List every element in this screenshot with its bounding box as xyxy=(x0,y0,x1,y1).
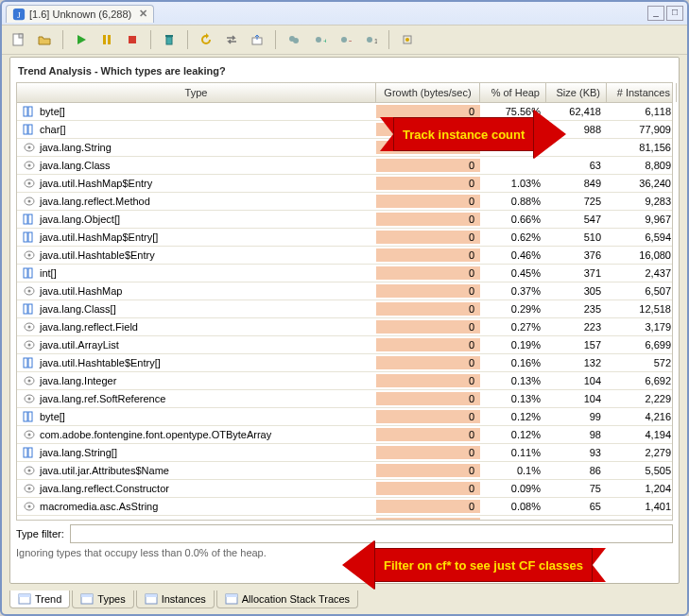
delete-button[interactable] xyxy=(158,28,181,51)
table-row[interactable]: byte[]00.12%994,216 xyxy=(17,408,672,426)
table-row[interactable]: java.lang.ref.SoftReference00.13%1042,22… xyxy=(17,390,672,408)
cell-growth: 0 xyxy=(376,500,480,513)
table-row[interactable]: int[]00.45%3712,437 xyxy=(17,265,672,282)
tab-types[interactable]: Types xyxy=(72,590,133,608)
svg-rect-3 xyxy=(19,34,23,38)
cell-instances: 77,909 xyxy=(607,123,672,136)
type-name: java.util.HashMap$Entry xyxy=(40,178,152,189)
pause-button[interactable] xyxy=(95,28,118,51)
tab-header[interactable]: J [1.6] Unknown (6,288) ✕ xyxy=(6,5,154,23)
col-instances[interactable]: # Instances xyxy=(607,83,677,102)
table-row[interactable]: java.lang.reflect.Field00.27%2233,179 xyxy=(17,318,672,336)
class-icon xyxy=(23,465,36,476)
cell-size: 376 xyxy=(546,248,607,262)
svg-rect-34 xyxy=(28,214,32,224)
table-row[interactable]: macromedia.asc.AsString00.08%651,401 xyxy=(17,498,672,516)
col-growth[interactable]: Growth (bytes/sec) xyxy=(376,83,480,102)
col-type[interactable]: Type xyxy=(17,83,376,102)
type-name: int[] xyxy=(40,267,57,279)
new-button[interactable] xyxy=(8,28,30,51)
table-row[interactable]: java.lang.String081,156 xyxy=(17,139,672,157)
cell-instances: 1,204 xyxy=(607,482,672,495)
gc-plus-button[interactable]: + xyxy=(308,28,331,51)
table-row[interactable]: java.lang.Integer00.13%1046,692 xyxy=(17,372,672,390)
table-row[interactable]: java.util.Hashtable$Entry[]00.16%132572 xyxy=(17,354,672,372)
cell-size: 93 xyxy=(546,446,607,459)
table-row[interactable]: java.util.HashMap$Entry01.03%84936,240 xyxy=(17,175,672,193)
table-row[interactable]: java.lang.reflect.Constructor00.09%751,2… xyxy=(17,480,672,498)
open-button[interactable] xyxy=(33,28,56,51)
cell-size: 75 xyxy=(546,482,607,495)
maximize-button[interactable]: □ xyxy=(666,6,683,21)
play-button[interactable] xyxy=(70,28,93,51)
svg-rect-7 xyxy=(129,36,136,43)
cell-heap: 0.12% xyxy=(480,428,546,441)
close-tab-icon[interactable]: ✕ xyxy=(139,8,147,20)
type-name: java.lang.reflect.Method xyxy=(40,196,150,207)
table-row[interactable]: java.util.Hashtable$Entry00.46%37616,080 xyxy=(17,247,672,265)
array-icon xyxy=(23,447,36,458)
separator xyxy=(275,30,276,49)
cell-growth: 0 xyxy=(376,266,480,280)
type-name: java.lang.Class xyxy=(40,160,111,171)
table-row[interactable]: java.util.jar.Attributes00.08%644,148 xyxy=(17,516,672,520)
table-row[interactable]: byte[]075.56%62,4186,118 xyxy=(17,103,672,121)
col-heap[interactable]: % of Heap xyxy=(480,83,546,102)
tab-instances[interactable]: Instances xyxy=(136,590,215,608)
export-button[interactable] xyxy=(246,28,268,51)
type-name: byte[] xyxy=(40,411,65,422)
minimize-button[interactable]: _ xyxy=(647,6,664,21)
svg-text:1:1: 1:1 xyxy=(374,38,377,44)
class-icon xyxy=(23,321,36,333)
cell-instances: 2,229 xyxy=(607,392,672,405)
table-row[interactable]: char[]098877,909 xyxy=(17,121,672,139)
gc-one-button[interactable]: 1:1 xyxy=(359,28,382,51)
cell-heap: 0.1% xyxy=(480,464,546,477)
svg-point-52 xyxy=(28,380,31,383)
table-row[interactable]: java.util.jar.Attributes$Name00.1%865,50… xyxy=(17,462,672,480)
class-icon xyxy=(23,393,36,404)
table-row[interactable]: java.util.HashMap00.37%3056,507 xyxy=(17,282,672,300)
class-icon xyxy=(23,178,36,189)
swap-button[interactable] xyxy=(220,28,243,51)
table-row[interactable]: java.lang.Object[]00.66%5479,967 xyxy=(17,211,672,229)
tab-trend[interactable]: Trend xyxy=(9,590,70,608)
svg-rect-33 xyxy=(24,214,27,224)
leak-button[interactable] xyxy=(396,28,419,51)
cell-size: 99 xyxy=(546,410,607,423)
type-name: java.lang.Object[] xyxy=(40,214,120,225)
panel-heading: Trend Analysis - Which types are leaking… xyxy=(18,65,671,77)
cell-size: 510 xyxy=(546,231,607,244)
cell-instances: 2,437 xyxy=(607,266,672,280)
col-size[interactable]: Size (KB) xyxy=(546,83,607,102)
svg-point-66 xyxy=(28,505,31,508)
type-name: char[] xyxy=(40,124,66,135)
table-body[interactable]: byte[]075.56%62,4186,118char[]098877,909… xyxy=(17,103,672,520)
table-row[interactable]: java.lang.reflect.Method00.88%7259,283 xyxy=(17,193,672,211)
table-row[interactable]: com.adobe.fontengine.font.opentype.OTByt… xyxy=(17,426,672,444)
svg-rect-39 xyxy=(24,268,27,278)
refresh-button[interactable] xyxy=(195,28,217,51)
cell-instances: 8,809 xyxy=(607,159,672,172)
svg-rect-5 xyxy=(103,35,106,44)
svg-rect-50 xyxy=(28,358,32,368)
cell-size: 63 xyxy=(546,159,607,172)
stop-button[interactable] xyxy=(121,28,144,51)
table-row[interactable]: java.lang.String[]00.11%932,279 xyxy=(17,444,672,462)
cell-heap: 0.27% xyxy=(480,320,546,334)
table-row[interactable]: java.lang.Class[]00.29%23512,518 xyxy=(17,300,672,318)
app-icon: J xyxy=(12,8,26,21)
svg-rect-36 xyxy=(28,232,32,242)
tab-alloc[interactable]: Allocation Stack Traces xyxy=(216,590,358,608)
table-row[interactable]: java.util.HashMap$Entry[]00.62%5106,594 xyxy=(17,229,672,247)
table-row[interactable]: java.lang.Class0638,809 xyxy=(17,157,672,175)
callout-text: Filter on cf* to see just CF classes xyxy=(374,548,593,582)
gc-minus-button[interactable]: − xyxy=(334,28,356,51)
svg-point-17 xyxy=(367,37,372,43)
svg-point-20 xyxy=(405,38,409,42)
svg-rect-44 xyxy=(28,304,32,314)
cell-size: 157 xyxy=(546,338,607,351)
window-controls: _ □ xyxy=(647,6,683,21)
table-row[interactable]: java.util.ArrayList00.19%1576,699 xyxy=(17,336,672,354)
gc-button[interactable] xyxy=(283,28,305,51)
